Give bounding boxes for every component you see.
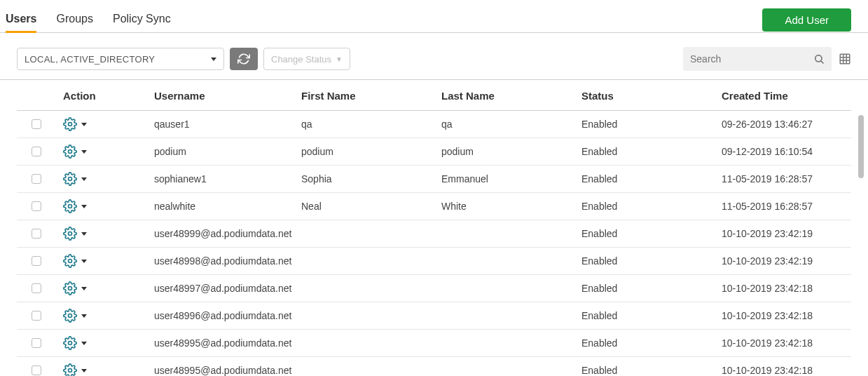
- table-row: nealwhiteNealWhiteEnabled11-05-2019 16:2…: [17, 193, 851, 220]
- header-action: Action: [56, 90, 154, 102]
- row-action-menu[interactable]: [63, 254, 87, 268]
- gear-icon: [63, 254, 77, 268]
- tabs-list: Users Groups Policy Sync: [6, 7, 171, 32]
- caret-down-icon: [81, 342, 87, 345]
- change-status-button[interactable]: Change Status ▼: [263, 48, 350, 70]
- cell-created-time: 09-12-2019 16:10:54: [722, 146, 851, 157]
- cell-created-time: 10-10-2019 23:42:18: [722, 310, 851, 321]
- row-checkbox[interactable]: [32, 338, 41, 348]
- columns-button[interactable]: [839, 53, 851, 65]
- cell-status: Enabled: [581, 173, 722, 184]
- row-action-menu[interactable]: [63, 309, 87, 323]
- svg-point-9: [69, 177, 72, 181]
- filter-value: LOCAL, ACTIVE_DIRECTORY: [25, 54, 155, 65]
- row-checkbox[interactable]: [32, 229, 41, 239]
- cell-username: user48995@ad.podiumdata.net: [154, 365, 301, 376]
- cell-first-name: podium: [301, 146, 441, 157]
- gear-icon: [63, 309, 77, 323]
- cell-first-name: qa: [301, 119, 441, 130]
- cell-username: user48995@ad.podiumdata.net: [154, 337, 301, 349]
- cell-username: user48998@ad.podiumdata.net: [154, 255, 301, 267]
- row-action-menu[interactable]: [63, 199, 87, 213]
- svg-point-13: [69, 287, 72, 290]
- caret-down-icon: [81, 369, 87, 372]
- row-checkbox[interactable]: [32, 365, 41, 375]
- source-filter-select[interactable]: LOCAL, ACTIVE_DIRECTORY: [17, 48, 224, 70]
- toolbar-right: [683, 47, 851, 71]
- cell-created-time: 10-10-2019 23:42:18: [722, 365, 851, 376]
- cell-last-name: White: [441, 201, 581, 212]
- cell-username: sophianew1: [154, 173, 301, 184]
- tab-groups[interactable]: Groups: [56, 7, 92, 32]
- row-checkbox[interactable]: [32, 119, 41, 129]
- row-checkbox[interactable]: [32, 283, 41, 293]
- cell-username: user48997@ad.podiumdata.net: [154, 283, 301, 294]
- search-input[interactable]: [690, 53, 813, 65]
- cell-status: Enabled: [581, 255, 722, 267]
- table-row: user48998@ad.podiumdata.netEnabled10-10-…: [17, 248, 851, 275]
- row-action-menu[interactable]: [63, 336, 87, 350]
- change-status-label: Change Status: [271, 54, 331, 65]
- svg-rect-2: [840, 54, 850, 64]
- table-row: user48995@ad.podiumdata.netEnabled10-10-…: [17, 330, 851, 357]
- caret-down-icon: [81, 177, 87, 181]
- gear-icon: [63, 336, 77, 350]
- header-username: Username: [154, 90, 301, 102]
- gear-icon: [63, 145, 77, 159]
- refresh-icon: [237, 53, 250, 65]
- header-status: Status: [581, 90, 722, 102]
- tabs-header: Users Groups Policy Sync Add User: [0, 0, 868, 33]
- caret-down-icon: [81, 287, 87, 290]
- header-last-name: Last Name: [441, 90, 581, 102]
- table-columns-icon: [839, 53, 851, 65]
- tab-policy-sync[interactable]: Policy Sync: [113, 7, 171, 32]
- row-checkbox[interactable]: [32, 256, 41, 266]
- header-first-name: First Name: [301, 90, 441, 102]
- search-button[interactable]: [813, 53, 825, 65]
- cell-created-time: 10-10-2019 23:42:18: [722, 283, 851, 294]
- header-created-time: Created Time: [722, 90, 851, 102]
- cell-created-time: 10-10-2019 23:42:19: [722, 255, 851, 267]
- refresh-button[interactable]: [230, 48, 258, 70]
- table-row: user48999@ad.podiumdata.netEnabled10-10-…: [17, 220, 851, 248]
- row-action-menu[interactable]: [63, 363, 87, 376]
- search-box: [683, 47, 832, 71]
- table-body: qauser1qaqaEnabled09-26-2019 13:46:27pod…: [17, 111, 851, 376]
- cell-created-time: 10-10-2019 23:42:18: [722, 337, 851, 349]
- table-header: Action Username First Name Last Name Sta…: [17, 80, 851, 111]
- row-checkbox[interactable]: [32, 174, 41, 184]
- row-action-menu[interactable]: [63, 172, 87, 186]
- svg-point-16: [69, 369, 72, 372]
- cell-status: Enabled: [581, 365, 722, 376]
- caret-down-icon: [81, 123, 87, 126]
- gear-icon: [63, 172, 77, 186]
- row-checkbox[interactable]: [32, 147, 41, 156]
- cell-status: Enabled: [581, 337, 722, 349]
- toolbar-left: LOCAL, ACTIVE_DIRECTORY Change Status ▼: [17, 48, 350, 70]
- cell-status: Enabled: [581, 146, 722, 157]
- row-checkbox[interactable]: [32, 311, 41, 321]
- row-action-menu[interactable]: [63, 227, 87, 241]
- cell-username: qauser1: [154, 119, 301, 130]
- row-checkbox[interactable]: [32, 201, 41, 211]
- gear-icon: [63, 227, 77, 241]
- table-row: sophianew1SophiaEmmanuelEnabled11-05-201…: [17, 166, 851, 193]
- svg-point-7: [69, 123, 72, 126]
- row-action-menu[interactable]: [63, 117, 87, 131]
- add-user-button[interactable]: Add User: [762, 8, 851, 32]
- svg-point-10: [69, 205, 72, 208]
- cell-created-time: 11-05-2019 16:28:57: [722, 173, 851, 184]
- cell-last-name: podium: [441, 146, 581, 157]
- row-action-menu[interactable]: [63, 281, 87, 295]
- scrollbar[interactable]: [858, 115, 864, 178]
- gear-icon: [63, 363, 77, 376]
- table-row: podiumpodiumpodiumEnabled09-12-2019 16:1…: [17, 138, 851, 166]
- row-action-menu[interactable]: [63, 145, 87, 159]
- svg-line-1: [821, 61, 823, 63]
- svg-point-12: [69, 260, 72, 263]
- cell-first-name: Sophia: [301, 173, 441, 184]
- cell-username: nealwhite: [154, 201, 301, 212]
- cell-status: Enabled: [581, 119, 722, 130]
- tab-users[interactable]: Users: [6, 7, 36, 32]
- caret-down-icon: [81, 205, 87, 208]
